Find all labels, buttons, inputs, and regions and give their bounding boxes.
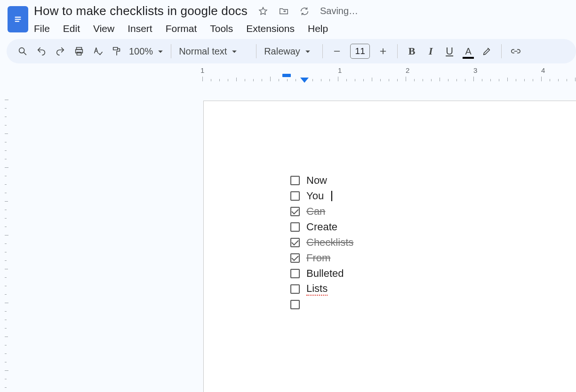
- document-title[interactable]: How to make checklists in google docs: [34, 3, 248, 19]
- underline-button[interactable]: U: [440, 42, 459, 61]
- decrease-font-size-icon[interactable]: [328, 42, 346, 61]
- font-size-input[interactable]: [350, 44, 370, 59]
- caret-down-icon: [305, 46, 311, 57]
- move-folder-icon[interactable]: [279, 6, 289, 16]
- left-indent-marker[interactable]: [300, 78, 309, 83]
- paragraph-style-value: Normal text: [179, 46, 227, 57]
- menu-help[interactable]: Help: [308, 23, 328, 34]
- ruler-number: 4: [541, 66, 545, 74]
- paragraph-style-select[interactable]: Normal text: [176, 46, 251, 57]
- caret-down-icon: [158, 46, 163, 57]
- star-icon[interactable]: [258, 6, 268, 16]
- insert-link-icon[interactable]: [506, 42, 525, 61]
- undo-icon[interactable]: [32, 42, 51, 61]
- checklist-item[interactable]: Can: [290, 204, 353, 219]
- checklist-item[interactable]: Lists: [290, 281, 353, 297]
- checklist-item[interactable]: Create: [290, 219, 353, 235]
- menu-view[interactable]: View: [93, 23, 114, 34]
- ruler-number: 2: [406, 66, 409, 74]
- checklist-text[interactable]: Create: [306, 221, 337, 233]
- menu-file[interactable]: File: [34, 23, 50, 34]
- checklist-text[interactable]: Can: [306, 205, 325, 218]
- checklist-text[interactable]: Bulleted: [306, 267, 344, 280]
- document-page[interactable]: NowYouCanCreateChecklistsFromBulletedLis…: [203, 101, 576, 392]
- checklist-item[interactable]: [290, 297, 353, 312]
- docs-app-icon[interactable]: [8, 6, 28, 32]
- italic-button[interactable]: I: [421, 42, 440, 61]
- paint-format-icon[interactable]: [107, 42, 126, 61]
- menu-extensions[interactable]: Extensions: [246, 23, 295, 34]
- text-cursor: [331, 191, 332, 201]
- cloud-sync-icon: [299, 6, 310, 16]
- caret-down-icon: [232, 46, 237, 57]
- checkbox[interactable]: [290, 222, 300, 232]
- bold-button[interactable]: B: [402, 42, 421, 61]
- redo-icon[interactable]: [51, 42, 70, 61]
- checkbox[interactable]: [290, 191, 300, 201]
- increase-font-size-icon[interactable]: [374, 42, 392, 61]
- checkbox[interactable]: [290, 238, 300, 247]
- spellcheck-icon[interactable]: [88, 42, 107, 61]
- ruler-number: 3: [473, 66, 477, 74]
- menu-tools[interactable]: Tools: [210, 23, 233, 34]
- print-icon[interactable]: [70, 42, 88, 61]
- checkbox[interactable]: [290, 176, 300, 185]
- checkbox[interactable]: [290, 207, 300, 216]
- ruler-number: 1: [338, 66, 342, 74]
- checklist-item[interactable]: Bulleted: [290, 266, 353, 281]
- menu-insert[interactable]: Insert: [128, 23, 152, 34]
- svg-point-1: [19, 48, 24, 53]
- svg-rect-4: [77, 52, 81, 55]
- font-select[interactable]: Raleway: [261, 46, 318, 57]
- ruler-number: 1: [200, 66, 204, 74]
- text-color-button[interactable]: A: [459, 42, 478, 61]
- highlight-icon[interactable]: [478, 42, 496, 61]
- checklist-text[interactable]: You: [306, 190, 324, 202]
- font-value: Raleway: [264, 46, 300, 57]
- zoom-select[interactable]: 100%: [126, 46, 166, 57]
- vertical-ruler[interactable]: [0, 100, 9, 392]
- checkbox[interactable]: [290, 300, 300, 309]
- horizontal-ruler[interactable]: 11234: [0, 66, 576, 84]
- checklist-text[interactable]: From: [306, 252, 330, 264]
- checklist-item[interactable]: You: [290, 188, 353, 204]
- checklist-item[interactable]: Checklists: [290, 235, 353, 250]
- checkbox[interactable]: [290, 269, 300, 278]
- document-canvas: NowYouCanCreateChecklistsFromBulletedLis…: [8, 94, 576, 392]
- first-line-indent-marker[interactable]: [282, 74, 291, 77]
- checklist-item[interactable]: From: [290, 250, 353, 266]
- zoom-value: 100%: [129, 46, 153, 57]
- search-icon[interactable]: [13, 42, 32, 61]
- checklist-text[interactable]: Checklists: [306, 236, 353, 249]
- toolbar: 100% Normal text Raleway B I U A: [7, 39, 576, 63]
- save-status: Saving…: [320, 6, 358, 16]
- checklist-text[interactable]: Lists: [306, 282, 328, 296]
- checkbox[interactable]: [290, 253, 300, 263]
- checkbox[interactable]: [290, 284, 300, 294]
- menu-edit[interactable]: Edit: [63, 23, 80, 34]
- menu-format[interactable]: Format: [166, 23, 197, 34]
- checklist-text[interactable]: Now: [306, 174, 327, 187]
- checklist-item[interactable]: Now: [290, 172, 353, 188]
- svg-rect-5: [113, 47, 118, 50]
